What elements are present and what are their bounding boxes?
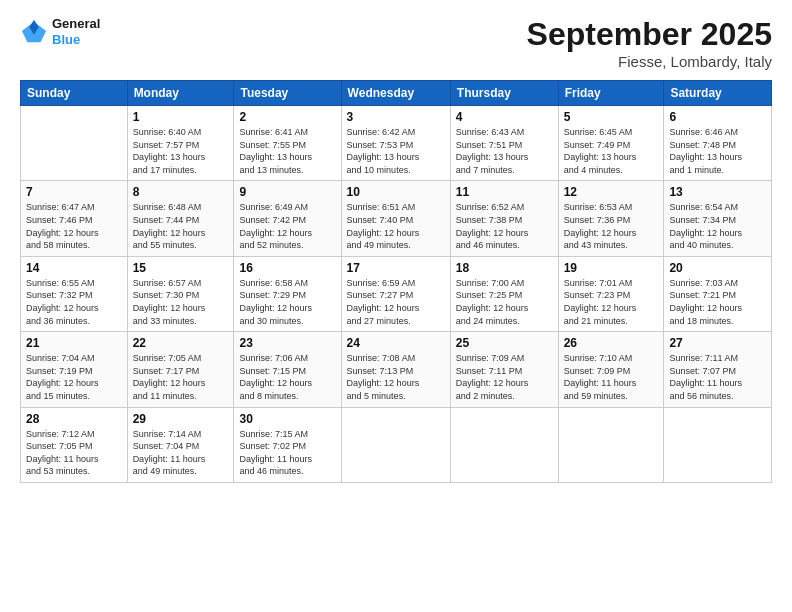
calendar-cell: 22Sunrise: 7:05 AM Sunset: 7:17 PM Dayli… xyxy=(127,332,234,407)
day-number: 8 xyxy=(133,185,229,199)
calendar-cell: 3Sunrise: 6:42 AM Sunset: 7:53 PM Daylig… xyxy=(341,106,450,181)
day-info: Sunrise: 7:05 AM Sunset: 7:17 PM Dayligh… xyxy=(133,352,229,402)
weekday-header-sunday: Sunday xyxy=(21,81,128,106)
day-info: Sunrise: 6:40 AM Sunset: 7:57 PM Dayligh… xyxy=(133,126,229,176)
calendar-cell: 24Sunrise: 7:08 AM Sunset: 7:13 PM Dayli… xyxy=(341,332,450,407)
day-number: 5 xyxy=(564,110,659,124)
calendar-week-1: 1Sunrise: 6:40 AM Sunset: 7:57 PM Daylig… xyxy=(21,106,772,181)
calendar-cell: 30Sunrise: 7:15 AM Sunset: 7:02 PM Dayli… xyxy=(234,407,341,482)
header: General Blue September 2025 Fiesse, Lomb… xyxy=(20,16,772,70)
day-info: Sunrise: 6:54 AM Sunset: 7:34 PM Dayligh… xyxy=(669,201,766,251)
day-info: Sunrise: 7:06 AM Sunset: 7:15 PM Dayligh… xyxy=(239,352,335,402)
calendar-cell: 5Sunrise: 6:45 AM Sunset: 7:49 PM Daylig… xyxy=(558,106,664,181)
calendar-cell: 23Sunrise: 7:06 AM Sunset: 7:15 PM Dayli… xyxy=(234,332,341,407)
calendar-cell: 11Sunrise: 6:52 AM Sunset: 7:38 PM Dayli… xyxy=(450,181,558,256)
day-info: Sunrise: 7:00 AM Sunset: 7:25 PM Dayligh… xyxy=(456,277,553,327)
calendar-cell: 13Sunrise: 6:54 AM Sunset: 7:34 PM Dayli… xyxy=(664,181,772,256)
day-number: 27 xyxy=(669,336,766,350)
day-number: 22 xyxy=(133,336,229,350)
day-info: Sunrise: 7:08 AM Sunset: 7:13 PM Dayligh… xyxy=(347,352,445,402)
calendar-week-5: 28Sunrise: 7:12 AM Sunset: 7:05 PM Dayli… xyxy=(21,407,772,482)
day-number: 4 xyxy=(456,110,553,124)
day-number: 21 xyxy=(26,336,122,350)
logo: General Blue xyxy=(20,16,100,47)
day-info: Sunrise: 6:58 AM Sunset: 7:29 PM Dayligh… xyxy=(239,277,335,327)
calendar-cell: 17Sunrise: 6:59 AM Sunset: 7:27 PM Dayli… xyxy=(341,256,450,331)
day-info: Sunrise: 6:52 AM Sunset: 7:38 PM Dayligh… xyxy=(456,201,553,251)
day-number: 13 xyxy=(669,185,766,199)
weekday-header-wednesday: Wednesday xyxy=(341,81,450,106)
calendar-cell: 28Sunrise: 7:12 AM Sunset: 7:05 PM Dayli… xyxy=(21,407,128,482)
weekday-header-thursday: Thursday xyxy=(450,81,558,106)
day-info: Sunrise: 6:48 AM Sunset: 7:44 PM Dayligh… xyxy=(133,201,229,251)
day-info: Sunrise: 6:55 AM Sunset: 7:32 PM Dayligh… xyxy=(26,277,122,327)
day-number: 18 xyxy=(456,261,553,275)
page: General Blue September 2025 Fiesse, Lomb… xyxy=(0,0,792,612)
logo-icon xyxy=(20,18,48,46)
day-number: 3 xyxy=(347,110,445,124)
day-info: Sunrise: 6:41 AM Sunset: 7:55 PM Dayligh… xyxy=(239,126,335,176)
calendar-cell xyxy=(450,407,558,482)
calendar-cell: 19Sunrise: 7:01 AM Sunset: 7:23 PM Dayli… xyxy=(558,256,664,331)
day-number: 11 xyxy=(456,185,553,199)
calendar-cell: 15Sunrise: 6:57 AM Sunset: 7:30 PM Dayli… xyxy=(127,256,234,331)
calendar-cell: 20Sunrise: 7:03 AM Sunset: 7:21 PM Dayli… xyxy=(664,256,772,331)
calendar-cell: 4Sunrise: 6:43 AM Sunset: 7:51 PM Daylig… xyxy=(450,106,558,181)
title-block: September 2025 Fiesse, Lombardy, Italy xyxy=(527,16,772,70)
calendar-cell: 10Sunrise: 6:51 AM Sunset: 7:40 PM Dayli… xyxy=(341,181,450,256)
day-info: Sunrise: 7:10 AM Sunset: 7:09 PM Dayligh… xyxy=(564,352,659,402)
day-info: Sunrise: 6:49 AM Sunset: 7:42 PM Dayligh… xyxy=(239,201,335,251)
day-number: 10 xyxy=(347,185,445,199)
day-number: 2 xyxy=(239,110,335,124)
calendar-cell: 1Sunrise: 6:40 AM Sunset: 7:57 PM Daylig… xyxy=(127,106,234,181)
day-info: Sunrise: 6:59 AM Sunset: 7:27 PM Dayligh… xyxy=(347,277,445,327)
calendar-cell: 7Sunrise: 6:47 AM Sunset: 7:46 PM Daylig… xyxy=(21,181,128,256)
day-info: Sunrise: 6:47 AM Sunset: 7:46 PM Dayligh… xyxy=(26,201,122,251)
calendar-cell: 25Sunrise: 7:09 AM Sunset: 7:11 PM Dayli… xyxy=(450,332,558,407)
day-info: Sunrise: 6:51 AM Sunset: 7:40 PM Dayligh… xyxy=(347,201,445,251)
day-info: Sunrise: 7:09 AM Sunset: 7:11 PM Dayligh… xyxy=(456,352,553,402)
location-subtitle: Fiesse, Lombardy, Italy xyxy=(527,53,772,70)
calendar-week-4: 21Sunrise: 7:04 AM Sunset: 7:19 PM Dayli… xyxy=(21,332,772,407)
day-number: 25 xyxy=(456,336,553,350)
calendar-cell: 9Sunrise: 6:49 AM Sunset: 7:42 PM Daylig… xyxy=(234,181,341,256)
day-info: Sunrise: 6:46 AM Sunset: 7:48 PM Dayligh… xyxy=(669,126,766,176)
month-title: September 2025 xyxy=(527,16,772,53)
day-info: Sunrise: 7:01 AM Sunset: 7:23 PM Dayligh… xyxy=(564,277,659,327)
day-number: 24 xyxy=(347,336,445,350)
day-number: 7 xyxy=(26,185,122,199)
day-number: 23 xyxy=(239,336,335,350)
day-info: Sunrise: 6:43 AM Sunset: 7:51 PM Dayligh… xyxy=(456,126,553,176)
calendar-cell: 27Sunrise: 7:11 AM Sunset: 7:07 PM Dayli… xyxy=(664,332,772,407)
calendar-table: SundayMondayTuesdayWednesdayThursdayFrid… xyxy=(20,80,772,483)
day-info: Sunrise: 6:53 AM Sunset: 7:36 PM Dayligh… xyxy=(564,201,659,251)
day-number: 6 xyxy=(669,110,766,124)
day-number: 19 xyxy=(564,261,659,275)
day-number: 1 xyxy=(133,110,229,124)
calendar-cell xyxy=(341,407,450,482)
weekday-header-saturday: Saturday xyxy=(664,81,772,106)
day-info: Sunrise: 6:42 AM Sunset: 7:53 PM Dayligh… xyxy=(347,126,445,176)
day-info: Sunrise: 6:57 AM Sunset: 7:30 PM Dayligh… xyxy=(133,277,229,327)
day-info: Sunrise: 7:04 AM Sunset: 7:19 PM Dayligh… xyxy=(26,352,122,402)
calendar-cell: 6Sunrise: 6:46 AM Sunset: 7:48 PM Daylig… xyxy=(664,106,772,181)
day-number: 29 xyxy=(133,412,229,426)
calendar-cell xyxy=(558,407,664,482)
day-number: 12 xyxy=(564,185,659,199)
weekday-header-friday: Friday xyxy=(558,81,664,106)
calendar-cell: 8Sunrise: 6:48 AM Sunset: 7:44 PM Daylig… xyxy=(127,181,234,256)
day-info: Sunrise: 6:45 AM Sunset: 7:49 PM Dayligh… xyxy=(564,126,659,176)
calendar-cell: 18Sunrise: 7:00 AM Sunset: 7:25 PM Dayli… xyxy=(450,256,558,331)
day-number: 26 xyxy=(564,336,659,350)
calendar-week-3: 14Sunrise: 6:55 AM Sunset: 7:32 PM Dayli… xyxy=(21,256,772,331)
day-number: 16 xyxy=(239,261,335,275)
day-info: Sunrise: 7:11 AM Sunset: 7:07 PM Dayligh… xyxy=(669,352,766,402)
calendar-cell: 2Sunrise: 6:41 AM Sunset: 7:55 PM Daylig… xyxy=(234,106,341,181)
day-info: Sunrise: 7:14 AM Sunset: 7:04 PM Dayligh… xyxy=(133,428,229,478)
calendar-cell xyxy=(21,106,128,181)
day-number: 14 xyxy=(26,261,122,275)
day-number: 17 xyxy=(347,261,445,275)
day-info: Sunrise: 7:03 AM Sunset: 7:21 PM Dayligh… xyxy=(669,277,766,327)
calendar-cell xyxy=(664,407,772,482)
day-number: 30 xyxy=(239,412,335,426)
